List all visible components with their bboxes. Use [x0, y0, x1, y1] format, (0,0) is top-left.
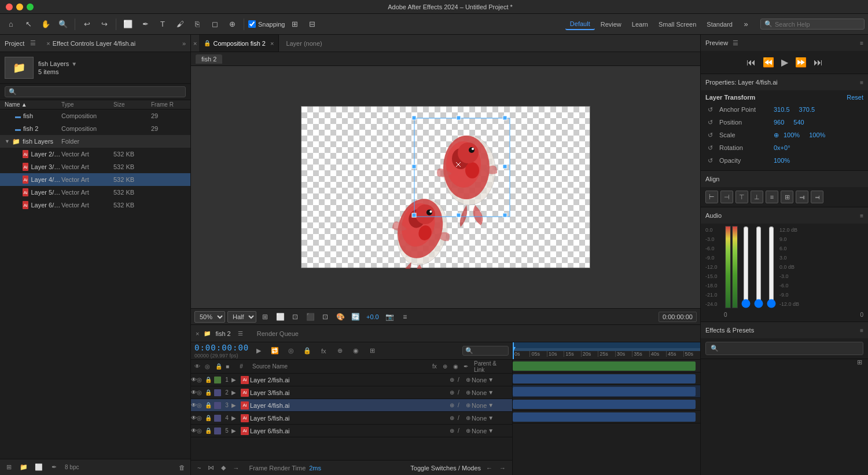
- list-item[interactable]: Ai Layer 3/fish.ai Vector Art 532 KB: [0, 160, 190, 173]
- tl-footer-keyframe-btn[interactable]: ◆: [219, 464, 227, 472]
- undo-button[interactable]: ↩: [79, 17, 94, 32]
- new-composition-btn[interactable]: ⊞: [2, 461, 15, 474]
- rect-tool-button[interactable]: ⬜: [120, 17, 135, 32]
- timeline-menu-icon[interactable]: ☰: [238, 330, 243, 337]
- timeline-ruler[interactable]: 0s 05s 10s 15s 20s 25s 30s 35s 40s 45s 5…: [513, 342, 700, 360]
- align-left-btn[interactable]: ⊢: [705, 191, 718, 203]
- tl-layer-row[interactable]: 👁 ◎ 🔒 4 ▶ Ai Layer 5/fish.ai ⊕ / ⊕: [191, 412, 512, 425]
- lock-icon[interactable]: 🔒: [205, 377, 213, 383]
- align-center-v-btn[interactable]: ≡: [766, 191, 778, 203]
- puppet-tool-button[interactable]: ⊕: [225, 17, 240, 32]
- new-folder-btn[interactable]: 📁: [17, 461, 30, 474]
- effect-controls-close[interactable]: ×: [46, 40, 50, 47]
- text-tool-button[interactable]: T: [155, 17, 170, 32]
- position-y-value[interactable]: 540: [793, 119, 804, 126]
- properties-header[interactable]: Properties: Layer 4/fish.ai ≡: [701, 74, 868, 90]
- project-search-input[interactable]: [19, 89, 182, 96]
- audio-slider-left[interactable]: [741, 226, 751, 308]
- list-item[interactable]: ▬ fish Composition 29: [0, 109, 190, 122]
- parent-arrow-icon[interactable]: ▼: [488, 389, 494, 396]
- track-row[interactable]: [513, 398, 700, 411]
- tl-nav-left-btn[interactable]: ←: [484, 465, 494, 472]
- timeline-search-input[interactable]: [475, 348, 506, 354]
- jump-end-btn[interactable]: ⏭: [812, 56, 824, 69]
- tl-loop-btn[interactable]: 🔁: [269, 345, 281, 357]
- folder-toggle-icon[interactable]: ▼: [5, 138, 10, 144]
- lock-icon[interactable]: 🔒: [205, 415, 213, 421]
- parent-arrow-icon[interactable]: ▼: [488, 427, 494, 434]
- comp-viewer[interactable]: [191, 66, 700, 308]
- lock-icon[interactable]: 🔒: [205, 389, 213, 396]
- preview-menu-icon[interactable]: ☰: [733, 39, 738, 47]
- tl-motion-btn[interactable]: ⊕: [333, 345, 346, 357]
- scale-link-icon[interactable]: ⊕: [774, 131, 779, 139]
- zoom-tool-button[interactable]: 🔍: [56, 17, 71, 32]
- snap-grid-btn[interactable]: ⊞: [288, 17, 303, 32]
- lock-icon[interactable]: 🔒: [205, 427, 213, 434]
- minimize-button[interactable]: [16, 3, 23, 10]
- preview-more-btn[interactable]: ≡: [399, 310, 411, 323]
- list-item[interactable]: Ai Layer 6/fish.ai Vector Art 532 KB: [0, 199, 190, 211]
- anchor-y-value[interactable]: 370.5: [799, 106, 815, 113]
- audio-slider-master[interactable]: [767, 226, 776, 308]
- layer-expand-icon[interactable]: ▶: [231, 402, 240, 408]
- solo-icon[interactable]: ◎: [197, 389, 205, 396]
- align-center-h-btn[interactable]: ⊣: [720, 191, 733, 203]
- solo-icon[interactable]: ◎: [197, 427, 205, 434]
- rotation-value[interactable]: 0x+0°: [774, 144, 790, 151]
- align-header[interactable]: Align: [701, 171, 868, 187]
- effects-search-input[interactable]: [721, 345, 858, 352]
- home-button[interactable]: ⌂: [3, 17, 19, 32]
- layer-expand-icon[interactable]: ▶: [231, 389, 240, 396]
- maximize-button[interactable]: [27, 3, 34, 10]
- position-x-value[interactable]: 960: [774, 119, 784, 126]
- position-reset-icon[interactable]: ↺: [708, 119, 717, 126]
- folder-dropdown-icon[interactable]: ▼: [71, 61, 77, 67]
- hand-tool-button[interactable]: ✋: [38, 17, 53, 32]
- snapshot-btn[interactable]: 🔄: [349, 310, 362, 323]
- clone-tool-button[interactable]: ⎘: [190, 17, 205, 32]
- redo-button[interactable]: ↪: [97, 17, 112, 32]
- snapping-checkbox[interactable]: [248, 20, 256, 28]
- effect-controls-tab[interactable]: × Effect Controls Layer 4/fish.ai: [46, 40, 135, 47]
- opacity-reset-icon[interactable]: ↺: [708, 157, 717, 165]
- parent-arrow-icon[interactable]: ▼: [488, 415, 494, 421]
- vis-eye-icon[interactable]: 👁: [191, 402, 197, 408]
- workspace-review[interactable]: Review: [596, 19, 626, 30]
- color-picker-btn[interactable]: 🎨: [334, 310, 347, 323]
- mac-window-controls[interactable]: [6, 3, 34, 10]
- brush-tool-button[interactable]: 🖌: [172, 17, 187, 32]
- step-back-btn[interactable]: ⏪: [762, 56, 775, 69]
- reset-btn[interactable]: Reset: [847, 94, 863, 101]
- tl-footer-graph-btn[interactable]: ⋈: [206, 464, 216, 472]
- vis-eye-icon[interactable]: 👁: [191, 377, 197, 383]
- align-top-btn[interactable]: ⊥: [751, 191, 763, 203]
- col-size[interactable]: Size: [113, 101, 151, 108]
- layer-expand-icon[interactable]: ▶: [231, 427, 240, 434]
- more-workspaces-btn[interactable]: »: [738, 17, 753, 32]
- layer-expand-icon[interactable]: ▶: [231, 415, 240, 421]
- properties-menu-icon[interactable]: ≡: [860, 79, 863, 86]
- workspace-standard[interactable]: Standard: [702, 19, 737, 30]
- select-tool-button[interactable]: ↖: [21, 17, 36, 32]
- toggle-grid-btn[interactable]: ⊡: [289, 310, 301, 323]
- vis-eye-icon[interactable]: 👁: [191, 415, 197, 421]
- track-row[interactable]: [513, 385, 700, 398]
- toggle-channels-btn[interactable]: ⬜: [274, 310, 286, 323]
- effects-header[interactable]: Effects & Presets ≡: [701, 322, 868, 338]
- quality-select[interactable]: Half: [227, 311, 256, 323]
- switches-modes-label[interactable]: Toggle Switches / Modes: [410, 465, 481, 472]
- solo-icon[interactable]: ◎: [197, 377, 205, 383]
- time-counter[interactable]: 0:00:00:00: [194, 343, 249, 352]
- audio-slider-right[interactable]: [754, 226, 763, 308]
- tl-fx-btn[interactable]: fx: [317, 345, 330, 357]
- opacity-value[interactable]: 100%: [774, 157, 790, 164]
- anchor-x-value[interactable]: 310.5: [774, 106, 790, 113]
- tab-close-icon[interactable]: ×: [191, 40, 199, 47]
- scale-y-value[interactable]: 100%: [809, 131, 825, 138]
- list-item[interactable]: ▼ 📁 fish Layers Folder: [0, 135, 190, 148]
- parent-arrow-icon[interactable]: ▼: [488, 377, 494, 383]
- tab-comp-close[interactable]: ×: [270, 40, 274, 47]
- lock-icon[interactable]: 🔒: [205, 402, 213, 408]
- jump-start-btn[interactable]: ⏮: [745, 56, 757, 69]
